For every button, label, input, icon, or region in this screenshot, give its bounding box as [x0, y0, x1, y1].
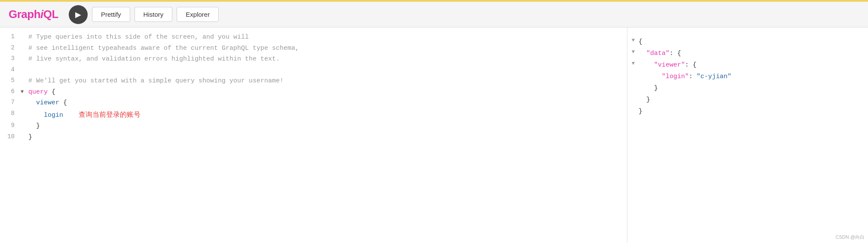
- annotation-text: 查询当前登录的账号: [79, 111, 141, 118]
- list-item: "login": "c-yjian": [627, 71, 868, 82]
- table-row: 8 login 查询当前登录的账号: [0, 109, 627, 121]
- fold-indicator: [21, 132, 27, 143]
- fold-icon[interactable]: ▼: [632, 59, 639, 69]
- list-item: ▼ "data": {: [627, 48, 868, 59]
- fold-icon[interactable]: ▼: [632, 36, 639, 46]
- table-row: 5 # We'll get you started with a simple …: [0, 76, 627, 87]
- line-content: # Type queries into this side of the scr…: [27, 32, 627, 43]
- line-content: # see intelligent typeaheads aware of th…: [27, 43, 627, 54]
- result-text: "viewer": {: [639, 59, 697, 71]
- editor-pane[interactable]: 1 # Type queries into this side of the s…: [0, 27, 627, 243]
- list-item: }: [627, 82, 868, 94]
- table-row: 2 # see intelligent typeaheads aware of …: [0, 43, 627, 54]
- table-row: 7 viewer {: [0, 97, 627, 109]
- line-number: 9: [0, 121, 21, 132]
- result-text: }: [639, 82, 658, 94]
- result-text: }: [639, 106, 642, 117]
- app-logo: GraphiQL: [9, 8, 58, 21]
- table-row: 9 }: [0, 121, 627, 132]
- line-number: 7: [0, 97, 21, 109]
- fold-indicator: [21, 65, 27, 76]
- table-row: 4: [0, 65, 627, 76]
- prettify-button[interactable]: Prettify: [92, 7, 130, 22]
- code-editor: 1 # Type queries into this side of the s…: [0, 32, 627, 143]
- line-content: login 查询当前登录的账号: [27, 109, 627, 121]
- list-item: ▼ "viewer": {: [627, 59, 868, 71]
- line-number: 1: [0, 32, 21, 43]
- line-number: 2: [0, 43, 21, 54]
- list-item: }: [627, 94, 868, 106]
- logo-italic: i: [40, 8, 43, 21]
- fold-indicator: [21, 109, 27, 121]
- fold-indicator: [21, 97, 27, 109]
- list-item: }: [627, 106, 868, 117]
- line-number: 8: [0, 109, 21, 121]
- line-number: 4: [0, 65, 21, 76]
- line-content: viewer {: [27, 97, 627, 109]
- fold-indicator: [21, 54, 27, 65]
- list-item: ▼ {: [627, 36, 868, 48]
- line-content: # We'll get you started with a simple qu…: [27, 76, 627, 87]
- fold-indicator: [21, 76, 27, 87]
- fold-indicator: [21, 43, 27, 54]
- line-number: 10: [0, 132, 21, 143]
- fold-indicator[interactable]: ▼: [21, 87, 27, 98]
- result-text: "login": "c-yjian": [639, 71, 731, 82]
- table-row: 3 # live syntax, and validation errors h…: [0, 54, 627, 65]
- history-button[interactable]: History: [134, 7, 173, 22]
- explorer-button[interactable]: Explorer: [177, 7, 219, 22]
- result-text: {: [639, 36, 642, 48]
- line-content: }: [27, 121, 627, 132]
- fold-icon[interactable]: ▼: [632, 48, 639, 57]
- run-button[interactable]: ▶: [69, 5, 88, 24]
- line-content: query {: [27, 87, 627, 98]
- table-row: 6 ▼ query {: [0, 87, 627, 98]
- result-display: ▼ { ▼ "data": { ▼ "viewer": { "login": "…: [627, 32, 868, 122]
- result-text: "data": {: [639, 48, 681, 59]
- line-number: 5: [0, 76, 21, 87]
- fold-indicator: [21, 121, 27, 132]
- result-text: }: [639, 94, 650, 106]
- line-content: }: [27, 132, 627, 143]
- watermark: CSDN @向白: [836, 234, 865, 240]
- table-row: 10 }: [0, 132, 627, 143]
- line-number: 6: [0, 87, 21, 98]
- result-pane: ▼ { ▼ "data": { ▼ "viewer": { "login": "…: [627, 27, 868, 243]
- table-row: 1 # Type queries into this side of the s…: [0, 32, 627, 43]
- main-area: 1 # Type queries into this side of the s…: [0, 27, 868, 243]
- line-content: [27, 65, 627, 76]
- line-content: # live syntax, and validation errors hig…: [27, 54, 627, 65]
- fold-indicator: [21, 32, 27, 43]
- toolbar: GraphiQL ▶ Prettify History Explorer: [0, 2, 868, 27]
- line-number: 3: [0, 54, 21, 65]
